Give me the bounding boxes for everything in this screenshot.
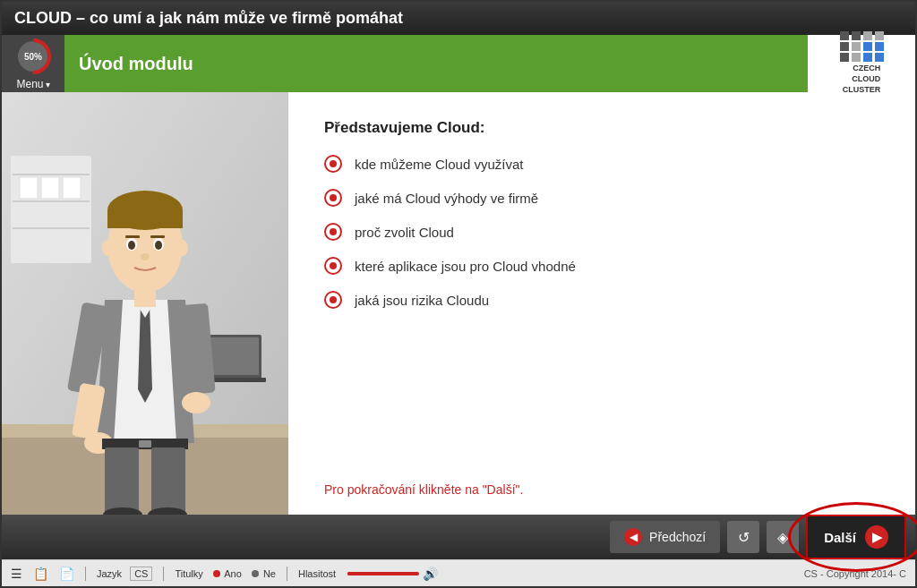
prev-icon: ◀ — [624, 528, 642, 546]
divider-2 — [163, 567, 164, 581]
main-window: CLOUD – co umí a jak nám může ve firmě p… — [0, 0, 917, 588]
svg-point-38 — [182, 392, 210, 413]
list-item: jaké má Cloud výhody ve firmě — [324, 189, 879, 207]
svg-point-47 — [330, 160, 337, 167]
next-arrow-icon: ▶ — [865, 525, 888, 549]
right-panel: Představujeme Cloud: kde můžeme Cloud vy… — [288, 92, 915, 515]
svg-rect-34 — [134, 289, 156, 307]
next-button-wrapper: Další ▶ — [806, 515, 906, 559]
main-content: Představujeme Cloud: kde můžeme Cloud vy… — [2, 92, 915, 515]
header: 50% Menu ▾ Úvod modulu — [2, 35, 915, 92]
bottom-toolbar: ◀ Předchozí ↺ ◈ Další ▶ — [2, 515, 915, 559]
menu-icon[interactable]: ☰ — [11, 567, 22, 581]
divider-1 — [85, 567, 86, 581]
copyright: CS - Copyright 2014- C — [804, 568, 906, 579]
svg-text:50%: 50% — [24, 52, 42, 62]
section-title: Úvod modulu — [64, 54, 808, 74]
volume-slider[interactable] — [347, 572, 419, 575]
svg-rect-42 — [105, 447, 139, 515]
bullet-icon-1 — [324, 155, 342, 173]
progress-circle: 50% — [13, 37, 53, 76]
subtitle-dot-active: Ano — [213, 568, 242, 579]
volume-icon[interactable]: 🔊 — [423, 567, 438, 581]
bullet-icon-3 — [324, 223, 342, 241]
svg-rect-43 — [151, 447, 185, 515]
bullet-icon-4 — [324, 257, 342, 275]
svg-point-55 — [330, 296, 337, 303]
list-item: které aplikace jsou pro Cloud vhodné — [324, 257, 879, 275]
bookmark-icon: ◈ — [777, 529, 788, 546]
bookmark-button[interactable]: ◈ — [767, 521, 799, 553]
divider-3 — [287, 567, 287, 581]
svg-point-31 — [141, 253, 150, 260]
content-heading: Představujeme Cloud: — [324, 119, 879, 137]
svg-point-49 — [330, 194, 337, 201]
volume-control[interactable]: Hlasitost 🔊 — [298, 567, 438, 581]
reload-button[interactable]: ↺ — [727, 521, 759, 553]
bullet-icon-5 — [324, 291, 342, 309]
prev-button[interactable]: ◀ Předchozí — [610, 521, 720, 553]
list-item: kde můžeme Cloud využívat — [324, 155, 879, 173]
language-selector[interactable]: Jazyk CS — [97, 567, 152, 581]
volume-slider-area[interactable]: 🔊 — [347, 567, 438, 581]
logo-area: CZECHCLOUDCLUSTER — [808, 35, 915, 92]
list-item: jaká jsou rizika Cloudu — [324, 291, 879, 309]
left-panel — [2, 92, 288, 515]
logo-grid — [840, 31, 884, 62]
svg-point-28 — [155, 241, 162, 250]
continue-hint: Pro pokračování klikněte na "Další". — [324, 473, 879, 497]
subtitle-dot-inactive: Ne — [252, 568, 276, 579]
svg-point-33 — [177, 240, 188, 256]
logo-text: CZECHCLOUDCLUSTER — [843, 64, 881, 95]
reload-icon: ↺ — [738, 529, 750, 546]
bullet-list: kde můžeme Cloud využívat jaké má Cloud … — [324, 155, 879, 456]
svg-rect-41 — [139, 440, 151, 447]
svg-rect-24 — [107, 210, 183, 228]
language-value[interactable]: CS — [130, 567, 152, 581]
menu-button[interactable]: 50% Menu ▾ — [2, 35, 64, 92]
bullet-icon-2 — [324, 189, 342, 207]
title-bar: CLOUD – co umí a jak nám může ve firmě p… — [2, 2, 915, 35]
list-item: proč zvolit Cloud — [324, 223, 879, 241]
document-icon[interactable]: 📄 — [59, 567, 74, 581]
svg-point-53 — [330, 262, 337, 269]
menu-label: Menu ▾ — [16, 78, 49, 90]
subtitles-control: Titulky Ano Ne — [175, 568, 276, 579]
svg-rect-8 — [20, 177, 38, 199]
svg-rect-30 — [150, 235, 165, 238]
window-title: CLOUD – co umí a jak nám může ve firmě p… — [14, 9, 403, 27]
svg-point-32 — [102, 240, 113, 256]
character — [38, 139, 253, 515]
status-bar: ☰ 📋 📄 Jazyk CS Titulky Ano Ne Hlasitost — [2, 559, 915, 586]
next-button[interactable]: Další ▶ — [806, 515, 906, 559]
svg-rect-29 — [125, 235, 140, 238]
notes-icon[interactable]: 📋 — [33, 567, 48, 581]
svg-point-27 — [128, 241, 135, 250]
svg-point-51 — [330, 228, 337, 235]
